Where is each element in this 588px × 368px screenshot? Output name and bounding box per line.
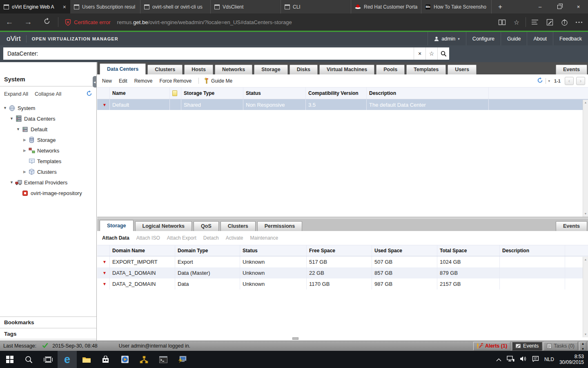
- storage-row-data-1-domain[interactable]: ▼ DATA_1_DOMAIN Data (Master) Unknown 22…: [97, 267, 588, 278]
- taskbar-hyperv-icon[interactable]: [134, 351, 154, 368]
- tray-volume-icon[interactable]: [520, 356, 527, 364]
- tab-networks[interactable]: Networks: [215, 65, 252, 74]
- tray-clock[interactable]: 8:53 30/09/2015: [559, 354, 584, 365]
- column-header-used-space[interactable]: Used Space: [372, 245, 437, 256]
- scroll-down-icon[interactable]: ▼: [583, 332, 588, 337]
- grid-refresh-icon[interactable]: [537, 77, 543, 85]
- tab-virtual-machines[interactable]: Virtual Machines: [319, 65, 374, 74]
- web-note-icon[interactable]: [542, 16, 557, 28]
- browser-tab-screenshot[interactable]: Bb How To Take Screensho: [421, 0, 492, 13]
- column-header-storage-type[interactable]: Storage Type: [181, 88, 243, 99]
- scroll-up-icon[interactable]: ▲: [583, 100, 588, 105]
- expander-icon[interactable]: ▼: [16, 127, 21, 131]
- browser-tab-subscription[interactable]: Users Subscription resul: [70, 0, 140, 13]
- storage-grid-scrollbar[interactable]: ▲ ▼: [583, 257, 588, 337]
- certificate-error-badge[interactable]: Certificate error: [65, 19, 111, 26]
- taskbar-store-icon[interactable]: [96, 351, 115, 368]
- column-header-status[interactable]: Status: [243, 88, 305, 99]
- search-clear-button[interactable]: ×: [414, 47, 425, 60]
- more-options-icon[interactable]: [572, 16, 586, 28]
- share-icon[interactable]: [557, 16, 572, 28]
- browser-tab-ovirt-shell[interactable]: ovirt-shell or ovirt-cli us: [140, 0, 211, 13]
- tree-item-networks[interactable]: ▶ Networks: [0, 145, 96, 156]
- column-header-compatibility[interactable]: Compatibility Version: [305, 88, 366, 99]
- feedback-menu[interactable]: Feedback: [553, 32, 588, 45]
- guide-menu[interactable]: Guide: [501, 32, 527, 45]
- remove-button[interactable]: Remove: [134, 78, 153, 84]
- taskbar-explorer-icon[interactable]: [77, 351, 96, 368]
- tab-users[interactable]: Users: [448, 65, 477, 74]
- dc-grid-scrollbar[interactable]: ▲ ▼: [583, 100, 588, 217]
- browser-tab-vdsclient[interactable]: VdsClient: [211, 0, 281, 13]
- url-text[interactable]: remus.get.be/ovirt-engine/webadmin/?loca…: [117, 19, 292, 25]
- detach-button[interactable]: Detach: [203, 235, 219, 241]
- tab-close-icon[interactable]: ×: [62, 4, 66, 10]
- expander-icon[interactable]: ▶: [22, 138, 27, 142]
- expander-icon[interactable]: ▶: [22, 148, 27, 153]
- events-button[interactable]: Events: [512, 342, 542, 350]
- back-button[interactable]: ←: [0, 18, 19, 27]
- tray-action-center-icon[interactable]: [532, 356, 539, 364]
- subtab-storage[interactable]: Storage: [100, 220, 134, 231]
- refresh-button[interactable]: [38, 18, 56, 27]
- attach-data-button[interactable]: Attach Data: [102, 235, 129, 241]
- column-header-domain-type[interactable]: Domain Type: [175, 245, 240, 256]
- about-menu[interactable]: About: [527, 32, 553, 45]
- tree-refresh-icon[interactable]: [86, 90, 92, 98]
- browser-tab-redhat[interactable]: Red Hat Customer Porta: [351, 0, 421, 13]
- tray-chevron-up-icon[interactable]: [496, 356, 501, 363]
- search-bookmark-button[interactable]: ☆: [425, 47, 437, 60]
- taskbar-xlaunch-icon[interactable]: [173, 351, 192, 368]
- new-button[interactable]: New: [102, 78, 112, 84]
- tab-data-centers[interactable]: Data Centers: [100, 63, 146, 74]
- tab-storage[interactable]: Storage: [254, 65, 288, 74]
- start-button[interactable]: [0, 351, 19, 368]
- tab-events[interactable]: Events: [556, 65, 587, 74]
- column-header-free-space[interactable]: Free Space: [306, 245, 372, 256]
- expand-all-link[interactable]: Expand All: [4, 91, 28, 97]
- hub-icon[interactable]: [528, 16, 542, 28]
- window-restore-button[interactable]: [550, 0, 569, 13]
- reading-view-icon[interactable]: [494, 16, 509, 28]
- user-menu[interactable]: admin ▾: [428, 32, 466, 45]
- refresh-options-caret[interactable]: ▾: [548, 79, 550, 83]
- pager-prev-button[interactable]: ‹: [565, 77, 574, 85]
- taskbar-cmd-icon[interactable]: [154, 351, 173, 368]
- search-submit-button[interactable]: [437, 47, 449, 60]
- subtab-clusters[interactable]: Clusters: [220, 221, 256, 231]
- statusbar-expand-button[interactable]: ▲ ▼: [579, 342, 586, 350]
- taskbar-search-icon[interactable]: [19, 351, 38, 368]
- tree-item-clusters[interactable]: ▶ Clusters: [0, 166, 96, 177]
- tasks-button[interactable]: Tasks (0): [543, 342, 578, 350]
- force-remove-button[interactable]: Force Remove: [159, 78, 192, 84]
- forward-button[interactable]: →: [19, 18, 38, 27]
- tree-item-storage[interactable]: ▶ Storage: [0, 135, 96, 145]
- subtab-logical-networks[interactable]: Logical Networks: [135, 221, 192, 231]
- taskbar-edge-icon[interactable]: e: [58, 351, 77, 368]
- tray-network-icon[interactable]: [507, 356, 514, 364]
- column-header-description[interactable]: Description: [499, 245, 565, 256]
- column-header-status[interactable]: Status: [240, 245, 306, 256]
- tab-clusters[interactable]: Clusters: [147, 65, 183, 74]
- window-close-button[interactable]: ×: [569, 0, 588, 13]
- storage-row-data-2-domain[interactable]: ▼ DATA_2_DOMAIN Data Unknown 1170 GB 987…: [97, 278, 588, 289]
- hscroll-thumb[interactable]: [292, 337, 298, 340]
- column-header-name[interactable]: Name: [109, 88, 169, 99]
- configure-menu[interactable]: Configure: [466, 32, 501, 45]
- dc-row-default[interactable]: ▼ Default Shared Non Responsive 3.5 The …: [97, 99, 588, 110]
- column-header-description[interactable]: Description: [366, 88, 488, 99]
- browser-tab-cli[interactable]: CLI: [281, 0, 351, 13]
- column-header-note[interactable]: [169, 88, 181, 99]
- tree-item-ovirt-image-repository[interactable]: ovirt-image-repository: [0, 188, 96, 198]
- window-minimize-button[interactable]: –: [530, 0, 550, 13]
- tray-language[interactable]: NLD: [544, 357, 554, 362]
- maintenance-button[interactable]: Maintenance: [250, 235, 278, 241]
- attach-export-button[interactable]: Attach Export: [167, 235, 196, 241]
- guide-me-button[interactable]: Guide Me: [204, 78, 232, 84]
- panel-collapse-handle[interactable]: ◀: [93, 76, 96, 88]
- tab-hosts[interactable]: Hosts: [184, 65, 213, 74]
- new-tab-button[interactable]: +: [492, 0, 509, 13]
- tree-item-templates[interactable]: Templates: [0, 156, 96, 166]
- column-header-domain-name[interactable]: Domain Name: [109, 245, 175, 256]
- tab-pools[interactable]: Pools: [376, 65, 405, 74]
